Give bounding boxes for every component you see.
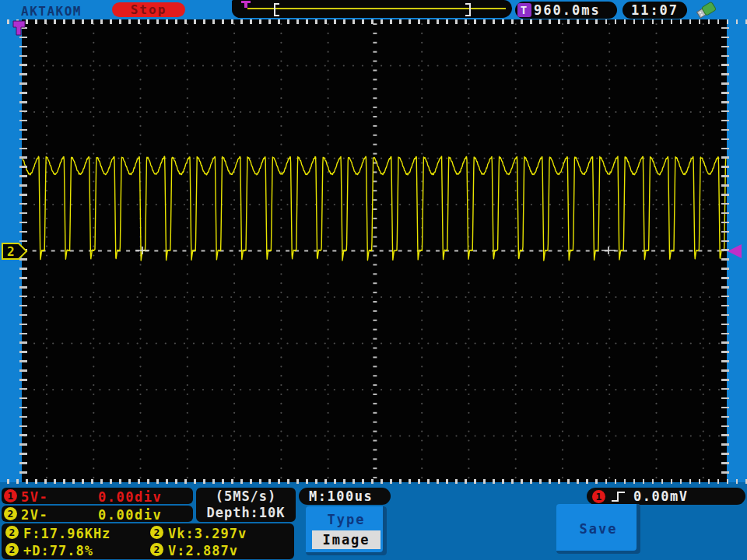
channel1-scale: 5V- <box>21 489 48 505</box>
window-bracket-right-icon <box>465 3 471 16</box>
measurement-frequency-badge: 2 <box>5 526 19 539</box>
clock: 11:07 <box>622 2 687 19</box>
channel2-marker-label: 2 <box>7 244 15 259</box>
trigger-level-arrow-icon <box>726 243 743 259</box>
measurement-duty: +D:77.8% <box>23 543 93 558</box>
measurement-v: V:2.887v <box>168 543 238 558</box>
trigger-time-pill: T 960.0ms <box>515 2 617 19</box>
channel2-scale: 2V- <box>21 507 48 523</box>
type-menu-label: Type <box>328 512 366 527</box>
measurement-v-badge: 2 <box>150 543 163 556</box>
measurement-duty-badge: 2 <box>5 543 19 556</box>
channel2-position-marker: 2 <box>1 240 29 262</box>
measurement-vk-badge: 2 <box>150 526 163 539</box>
window-bracket-left-icon <box>274 3 279 16</box>
measurements-box: 2 F:17.96KHz 2 Vk:3.297v 2 +D:77.8% 2 V:… <box>2 523 294 559</box>
save-button-label: Save <box>580 521 618 537</box>
bottom-ruler-ticks <box>0 479 747 484</box>
channel1-info-box: 1 5V- 0.00div <box>2 488 193 504</box>
channel2-offset: 0.00div <box>98 507 162 523</box>
save-button[interactable]: Save <box>556 504 640 554</box>
trigger-source-badge: 1 <box>592 490 605 503</box>
channel2-badge: 2 <box>4 507 17 520</box>
channel1-badge: 1 <box>4 489 17 502</box>
type-menu-button[interactable]: Type Image <box>306 506 387 555</box>
type-menu-value: Image <box>312 530 381 549</box>
waveform-plot <box>22 19 727 482</box>
brand-logo: AKTAKOM <box>21 4 82 19</box>
trigger-position-marker-icon <box>240 1 251 8</box>
trigger-t-icon: T <box>517 3 531 17</box>
status-bar: 1 5V- 0.00div 2 2V- 0.00div 2 F:17.96KHz… <box>0 482 747 560</box>
trigger-info-pill: 1 0.00mV <box>587 488 745 505</box>
trigger-horizontal-flag-icon <box>12 20 26 36</box>
oscilloscope-screen: { "header": { "brand": "AKTAKOM", "run_s… <box>0 0 747 560</box>
usb-drive-icon <box>695 1 718 19</box>
sample-rate: (5MS/s) <box>196 488 296 504</box>
display-graticule <box>22 19 727 482</box>
trigger-time-value: 960.0ms <box>534 2 601 18</box>
timebase-pill: M:100us <box>299 488 391 505</box>
trigger-level-value: 0.00mV <box>633 488 688 504</box>
measurement-frequency: F:17.96KHz <box>23 526 110 541</box>
channel2-info-box: 2 2V- 0.00div <box>2 506 193 522</box>
horizontal-position-bar <box>232 0 512 18</box>
top-ruler-ticks <box>0 19 747 24</box>
record-depth: Depth:10K <box>196 505 296 520</box>
run-state-badge: Stop <box>112 2 185 17</box>
acquisition-box: (5MS/s) Depth:10K <box>196 488 296 522</box>
measurement-vk: Vk:3.297v <box>168 526 247 541</box>
rising-edge-icon <box>610 490 629 502</box>
channel1-offset: 0.00div <box>98 489 162 505</box>
